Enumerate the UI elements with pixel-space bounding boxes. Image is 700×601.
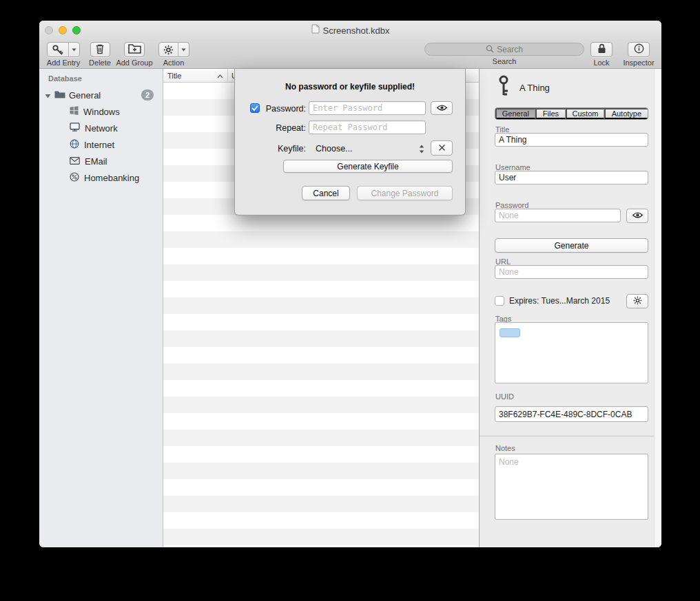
sidebar-item-email[interactable]: EMail xyxy=(39,153,163,169)
sidebar-item-label: Internet xyxy=(84,140,114,150)
folder-plus-icon xyxy=(128,43,141,56)
magnifier-icon xyxy=(486,43,494,56)
x-icon xyxy=(438,143,446,154)
checkmark-icon xyxy=(251,102,258,114)
repeat-label: Repeat: xyxy=(262,123,306,133)
sidebar-item-label: EMail xyxy=(85,156,107,167)
sidebar-item-homebanking[interactable]: Homebanking xyxy=(39,169,163,186)
title-field[interactable] xyxy=(495,133,648,147)
app-window: Screenshot.kdbx Add Entry Delete Add Gro… xyxy=(39,21,661,547)
delete-label: Delete xyxy=(89,59,111,67)
generate-keyfile-button[interactable]: Generate Keyfile xyxy=(283,160,453,173)
show-password-button[interactable] xyxy=(431,101,453,115)
chevron-down-icon xyxy=(68,43,79,56)
generate-password-button[interactable]: Generate xyxy=(495,238,648,253)
reveal-password-button[interactable] xyxy=(626,209,648,223)
inspector-scrollbar[interactable] xyxy=(654,69,661,547)
inspector-tabs: General Files Custom Autotype xyxy=(495,107,648,120)
globe-icon xyxy=(70,139,79,151)
search-label: Search xyxy=(493,57,517,65)
password-checkbox[interactable] xyxy=(250,103,260,113)
password-label: Password: xyxy=(262,104,306,114)
window-title: Screenshot.kdbx xyxy=(323,25,390,36)
sidebar-item-general[interactable]: General 2 xyxy=(39,87,163,103)
document-icon xyxy=(311,24,320,36)
entry-title: A Thing xyxy=(519,83,550,93)
notes-field[interactable] xyxy=(495,454,648,520)
tags-box[interactable] xyxy=(495,322,648,383)
entry-count-badge: 2 xyxy=(141,89,154,101)
tab-custom[interactable]: Custom xyxy=(566,108,604,119)
password-input[interactable] xyxy=(309,101,426,115)
percent-icon xyxy=(70,172,79,184)
notes-label: Notes xyxy=(495,444,515,452)
key-icon xyxy=(497,75,511,100)
trash-icon xyxy=(95,43,105,56)
gear-icon xyxy=(633,296,642,307)
divider xyxy=(480,436,654,436)
disclosure-triangle-icon[interactable] xyxy=(45,90,51,101)
change-password-button[interactable]: Change Password xyxy=(357,186,453,200)
chevron-down-icon xyxy=(178,43,189,56)
sidebar-item-label: Homebanking xyxy=(84,173,139,183)
sidebar-item-label: Network xyxy=(85,123,118,134)
search-input[interactable]: Search xyxy=(424,43,584,56)
clear-keyfile-button[interactable] xyxy=(431,140,453,156)
gear-icon xyxy=(159,43,178,56)
lock-label: Lock xyxy=(593,59,609,67)
inspector-button[interactable] xyxy=(628,42,650,57)
monitor-icon xyxy=(70,123,80,134)
sidebar-item-label: General xyxy=(69,90,101,101)
tab-autotype[interactable]: Autotype xyxy=(604,108,648,119)
envelope-icon xyxy=(70,156,80,167)
sort-ascending-icon xyxy=(217,72,223,80)
lock-icon xyxy=(597,43,606,56)
lock-button[interactable] xyxy=(590,42,612,57)
add-entry-label: Add Entry xyxy=(47,59,80,67)
sidebar-header: Database xyxy=(48,74,82,83)
eye-icon xyxy=(436,103,448,114)
stepper-icon xyxy=(419,145,424,154)
search-placeholder: Search xyxy=(497,45,523,54)
change-password-sheet: No password or keyfile supplied! Passwor… xyxy=(234,69,466,215)
expires-settings-button[interactable] xyxy=(626,294,648,308)
column-header-title[interactable]: Title xyxy=(163,69,228,82)
cancel-button[interactable]: Cancel xyxy=(302,186,350,200)
tag-chip[interactable] xyxy=(500,328,520,337)
sidebar-item-windows[interactable]: Windows xyxy=(39,103,163,120)
uuid-field[interactable] xyxy=(495,406,648,422)
action-label: Action xyxy=(163,59,185,67)
info-icon xyxy=(634,43,644,56)
delete-button[interactable] xyxy=(90,42,110,57)
folder-icon xyxy=(54,90,65,101)
add-group-button[interactable] xyxy=(124,42,145,57)
username-field[interactable] xyxy=(495,171,648,184)
windows-icon xyxy=(70,106,79,117)
eye-icon xyxy=(632,211,644,221)
repeat-input[interactable] xyxy=(309,120,426,134)
tab-general[interactable]: General xyxy=(495,108,535,119)
expires-checkbox[interactable] xyxy=(495,296,504,306)
expires-label: Expires: Tues...March 2015 xyxy=(509,296,610,306)
url-field[interactable] xyxy=(495,265,648,279)
sheet-message: No password or keyfile supplied! xyxy=(235,82,465,92)
sidebar-item-label: Windows xyxy=(83,107,120,117)
inspector-label: Inspector xyxy=(623,59,654,67)
uuid-label: UUID xyxy=(495,392,514,401)
sidebar-item-internet[interactable]: Internet xyxy=(39,136,163,153)
sidebar: Database General 2 Windows Network Inter… xyxy=(39,69,163,547)
inspector-panel: A Thing General Files Custom Autotype Ti… xyxy=(479,69,661,547)
add-entry-button[interactable] xyxy=(47,42,80,57)
password-field[interactable] xyxy=(495,209,621,222)
action-button[interactable] xyxy=(158,42,189,57)
add-group-label: Add Group xyxy=(116,59,152,67)
toolbar: Add Entry Delete Add Group Action Search xyxy=(39,40,661,69)
keyfile-popup[interactable]: Choose... xyxy=(309,141,426,156)
sidebar-item-network[interactable]: Network xyxy=(39,120,163,136)
keyfile-label: Keyfile: xyxy=(262,144,306,154)
key-icon xyxy=(48,43,68,56)
tab-files[interactable]: Files xyxy=(535,108,566,119)
titlebar: Screenshot.kdbx xyxy=(39,21,661,40)
